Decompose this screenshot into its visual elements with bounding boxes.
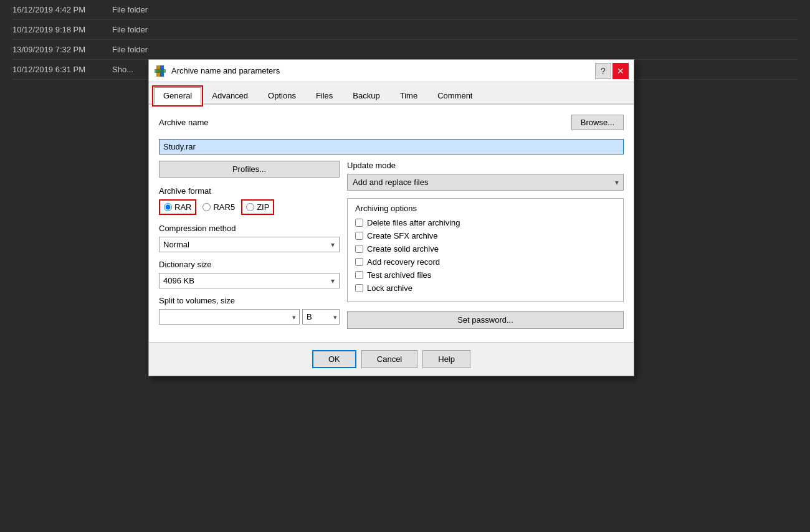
- dictionary-size-row: Dictionary size 128 KB 256 KB 512 KB 102…: [159, 260, 340, 288]
- archive-name-input[interactable]: [159, 139, 624, 154]
- create-solid-label: Create solid archive: [367, 244, 439, 254]
- format-rar5-option[interactable]: RAR5: [202, 199, 235, 215]
- tab-backup[interactable]: Backup: [343, 87, 389, 105]
- delete-files-option[interactable]: Delete files after archiving: [355, 218, 616, 227]
- tab-bar: General Advanced Options Files Backup Ti…: [149, 82, 634, 105]
- tab-general[interactable]: General: [154, 87, 201, 105]
- bg-type-1: File folder: [112, 5, 148, 14]
- create-solid-option[interactable]: Create solid archive: [355, 244, 616, 254]
- bg-type-2: File folder: [112, 25, 148, 34]
- ok-button[interactable]: OK: [312, 350, 356, 368]
- archive-name-row: Archive name Browse...: [159, 115, 624, 130]
- split-unit-wrapper: B KB MB GB: [302, 309, 340, 325]
- split-volumes-row: Split to volumes, size B KB MB GB: [159, 296, 340, 325]
- bg-date-1: 16/12/2019 4:42 PM: [12, 5, 112, 14]
- dialog-body: Archive name Browse... Profiles... Archi…: [149, 105, 634, 342]
- dictionary-size-select[interactable]: 128 KB 256 KB 512 KB 1024 KB 2048 KB 409…: [159, 273, 340, 288]
- tab-advanced[interactable]: Advanced: [202, 87, 257, 105]
- set-password-row: Set password...: [347, 311, 624, 329]
- help-footer-button[interactable]: Help: [422, 350, 470, 368]
- svg-rect-2: [155, 69, 166, 73]
- dictionary-size-label: Dictionary size: [159, 260, 340, 269]
- lock-archive-checkbox[interactable]: [355, 284, 363, 292]
- split-value-wrapper: [159, 309, 300, 325]
- update-mode-section: Update mode Add and replace files Add an…: [347, 161, 624, 191]
- archive-format-label: Archive format: [159, 186, 340, 196]
- format-rar-label: RAR: [174, 202, 191, 212]
- set-password-button[interactable]: Set password...: [347, 311, 624, 329]
- test-archived-option[interactable]: Test archived files: [355, 270, 616, 280]
- add-recovery-checkbox[interactable]: [355, 258, 363, 266]
- bg-row-1: 16/12/2019 4:42 PM File folder: [12, 0, 798, 20]
- bg-date-4: 10/12/2019 6:31 PM: [12, 65, 112, 74]
- test-archived-checkbox[interactable]: [355, 271, 363, 279]
- bg-row-3: 13/09/2019 7:32 PM File folder: [12, 40, 798, 60]
- update-mode-label: Update mode: [347, 161, 624, 170]
- add-recovery-option[interactable]: Add recovery record: [355, 257, 616, 267]
- archive-format-group: RAR RAR5 ZIP: [159, 199, 340, 215]
- create-solid-checkbox[interactable]: [355, 245, 363, 253]
- format-zip-box: ZIP: [241, 199, 274, 215]
- tab-options[interactable]: Options: [259, 87, 305, 105]
- bg-row-2: 10/12/2019 9:18 PM File folder: [12, 20, 798, 40]
- format-rar-radio[interactable]: [164, 203, 172, 211]
- title-bar-controls: ? ✕: [595, 63, 629, 79]
- format-zip-radio[interactable]: [246, 203, 254, 211]
- tab-files[interactable]: Files: [307, 87, 342, 105]
- help-button[interactable]: ?: [595, 63, 611, 79]
- app-icon: [154, 65, 166, 77]
- split-label: Split to volumes, size: [159, 296, 340, 305]
- archiving-options-box: Archiving options Delete files after arc…: [347, 198, 624, 302]
- format-rar-box: RAR: [159, 199, 196, 215]
- compression-method-row: Compression method Store Fastest Fast No…: [159, 224, 340, 252]
- cancel-button[interactable]: Cancel: [361, 350, 417, 368]
- compression-method-select[interactable]: Store Fastest Fast Normal Good Best: [159, 237, 340, 252]
- two-column-layout: Profiles... Archive format RAR RAR5: [159, 161, 624, 332]
- tab-time[interactable]: Time: [391, 87, 427, 105]
- bg-date-3: 13/09/2019 7:32 PM: [12, 45, 112, 54]
- title-bar: Archive name and parameters ? ✕: [149, 60, 634, 82]
- bg-type-4: Sho...: [112, 65, 133, 74]
- bg-type-3: File folder: [112, 45, 148, 54]
- lock-archive-option[interactable]: Lock archive: [355, 283, 616, 293]
- split-unit-select[interactable]: B KB MB GB: [302, 309, 340, 325]
- format-rar5-label: RAR5: [213, 202, 235, 212]
- archive-parameters-dialog: Archive name and parameters ? ✕ General …: [148, 59, 634, 376]
- compression-method-wrapper: Store Fastest Fast Normal Good Best: [159, 237, 340, 252]
- update-mode-select[interactable]: Add and replace files Add and update fil…: [347, 174, 624, 191]
- dictionary-size-wrapper: 128 KB 256 KB 512 KB 1024 KB 2048 KB 409…: [159, 273, 340, 288]
- create-sfx-label: Create SFX archive: [367, 231, 437, 240]
- dialog-footer: OK Cancel Help: [149, 342, 634, 376]
- create-sfx-checkbox[interactable]: [355, 232, 363, 240]
- browse-button[interactable]: Browse...: [571, 115, 624, 130]
- add-recovery-label: Add recovery record: [367, 257, 440, 267]
- delete-files-checkbox[interactable]: [355, 219, 363, 227]
- test-archived-label: Test archived files: [367, 270, 431, 280]
- lock-archive-label: Lock archive: [367, 283, 412, 293]
- left-column: Profiles... Archive format RAR RAR5: [159, 161, 340, 332]
- close-button[interactable]: ✕: [612, 63, 629, 79]
- format-zip-label: ZIP: [257, 202, 269, 212]
- profiles-button[interactable]: Profiles...: [159, 161, 340, 178]
- dialog-title: Archive name and parameters: [171, 66, 595, 75]
- split-controls: B KB MB GB: [159, 309, 340, 325]
- compression-method-label: Compression method: [159, 224, 340, 233]
- update-mode-wrapper: Add and replace files Add and update fil…: [347, 174, 624, 191]
- create-sfx-option[interactable]: Create SFX archive: [355, 231, 616, 240]
- format-zip-option[interactable]: ZIP: [246, 202, 269, 212]
- right-column: Update mode Add and replace files Add an…: [347, 161, 624, 332]
- format-rar5-radio[interactable]: [202, 203, 211, 211]
- archive-name-label: Archive name: [159, 118, 208, 127]
- bg-date-2: 10/12/2019 9:18 PM: [12, 25, 112, 34]
- archiving-options-label: Archiving options: [355, 204, 616, 213]
- format-rar-option[interactable]: RAR: [164, 202, 191, 212]
- delete-files-label: Delete files after archiving: [367, 218, 460, 227]
- tab-comment[interactable]: Comment: [428, 87, 482, 105]
- split-value-input[interactable]: [159, 309, 300, 325]
